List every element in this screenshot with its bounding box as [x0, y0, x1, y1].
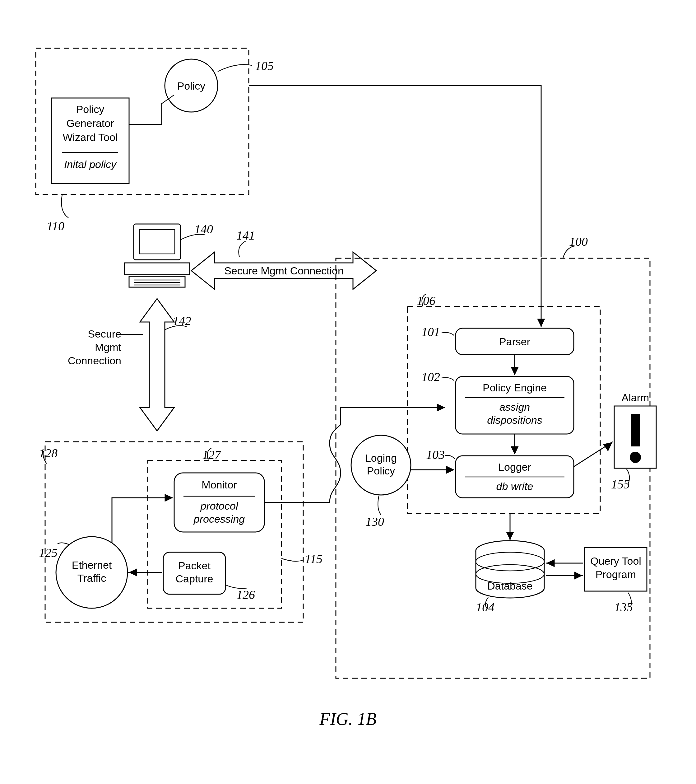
policy-circle-label: Policy: [177, 80, 206, 92]
ethernet-circle: Ethernet Traffic: [56, 537, 128, 608]
diagram-canvas: Policy Generator Wizard Tool Inital poli…: [0, 0, 696, 784]
ref-104: 104: [476, 600, 494, 614]
svg-rect-6: [124, 263, 190, 275]
ref-102: 102: [421, 370, 440, 384]
wizard-line3: Wizard Tool: [63, 131, 118, 143]
query-tool-box: Query Tool Program: [585, 548, 647, 591]
ref-106: 106: [417, 294, 435, 308]
svg-marker-22: [537, 319, 545, 327]
svg-marker-43: [574, 572, 582, 579]
svg-marker-41: [547, 559, 554, 567]
ref-101: 101: [421, 325, 440, 339]
svg-marker-18: [129, 569, 137, 576]
ref-141: 141: [236, 228, 255, 242]
monitor-box: Monitor protocol processing: [174, 473, 264, 532]
ref-130: 130: [365, 515, 384, 529]
monitor-it2: processing: [193, 513, 245, 525]
svg-marker-16: [165, 494, 173, 502]
wizard-line1: Policy: [76, 103, 104, 115]
svg-rect-7: [129, 276, 185, 287]
ethernet-line2: Traffic: [77, 572, 106, 584]
logging-line2: Policy: [367, 465, 395, 477]
logging-line1: Loging: [365, 452, 397, 464]
ref-140: 140: [194, 222, 213, 236]
secure-mgmt-arrow-h: Secure Mgmt Connection: [191, 252, 376, 289]
secure-mgmt-h-label: Secure Mgmt Connection: [224, 265, 344, 277]
policy-engine-label: Policy Engine: [483, 382, 547, 394]
monitor-it1: protocol: [200, 500, 239, 512]
ref-155: 155: [611, 477, 630, 491]
query-tool-line2: Program: [596, 568, 636, 580]
secure-v-line1: Secure: [88, 328, 121, 340]
ref-115: 115: [305, 552, 322, 566]
packet-line2: Capture: [176, 573, 213, 585]
svg-marker-30: [511, 446, 518, 454]
query-tool-line1: Query Tool: [590, 555, 641, 567]
svg-point-46: [630, 452, 641, 463]
policy-engine-it1: assign: [499, 401, 530, 413]
ref-103: 103: [426, 448, 445, 462]
ref-142: 142: [173, 314, 191, 328]
ref-128: 128: [39, 446, 58, 460]
ref-126: 126: [236, 588, 255, 602]
logger-it: db write: [496, 480, 533, 492]
policy-engine-it2: dispositions: [487, 414, 542, 426]
figure-caption: FIG. 1B: [319, 709, 377, 729]
svg-marker-38: [506, 532, 514, 540]
secure-v-line2: Mgmt: [95, 341, 122, 353]
secure-v-line3: Connection: [68, 355, 121, 366]
policy-engine-box: Policy Engine assign dispositions: [456, 376, 574, 434]
wizard-line2: Generator: [66, 117, 114, 129]
ref-127: 127: [202, 448, 221, 462]
ref-135: 135: [614, 600, 633, 614]
svg-marker-33: [446, 466, 454, 474]
ref-100: 100: [569, 235, 588, 249]
wizard-italic: Inital policy: [64, 158, 117, 170]
logger-label: Logger: [498, 461, 531, 473]
ref-110: 110: [47, 219, 64, 233]
logger-box: Logger db write: [456, 456, 574, 498]
monitor-label: Monitor: [202, 479, 237, 491]
ref-105: 105: [255, 59, 274, 73]
svg-rect-45: [631, 414, 640, 446]
database-icon: Database: [476, 541, 544, 598]
packet-line1: Packet: [178, 560, 211, 572]
ref-125: 125: [39, 546, 58, 560]
svg-marker-19: [437, 404, 445, 411]
policy-wizard-box: Policy Generator Wizard Tool Inital poli…: [51, 98, 129, 184]
workstation-icon: [124, 224, 190, 287]
ethernet-line1: Ethernet: [72, 559, 112, 571]
parser-label: Parser: [499, 336, 530, 348]
database-label: Database: [487, 580, 533, 592]
svg-marker-26: [511, 367, 518, 375]
logging-policy-circle: Loging Policy: [351, 435, 411, 495]
packet-capture-box: Packet Capture: [163, 552, 225, 594]
alarm-label: Alarm: [622, 392, 649, 404]
secure-mgmt-arrow-v: [140, 299, 174, 431]
policy-circle: Policy: [165, 59, 218, 112]
parser-box: Parser: [456, 328, 574, 355]
